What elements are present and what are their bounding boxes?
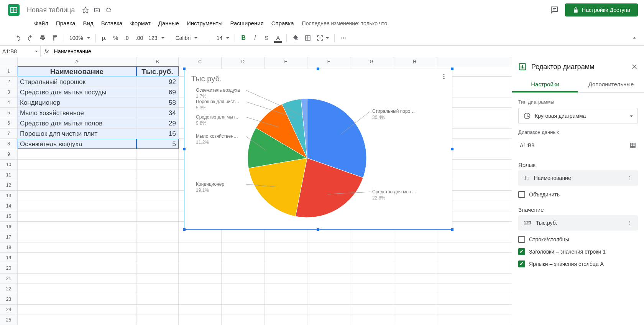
checkbox-checked-icon[interactable] <box>518 260 525 267</box>
cell[interactable] <box>18 222 136 232</box>
cell[interactable] <box>136 305 179 315</box>
col-header-G[interactable]: G <box>350 57 393 66</box>
menu-edit[interactable]: Правка <box>53 18 79 28</box>
row-header[interactable]: 18 <box>0 242 18 252</box>
cell[interactable]: Освежитель воздуха <box>18 139 136 149</box>
cell[interactable] <box>136 180 179 190</box>
use-row1-headers-row[interactable]: Заголовки – значения строки 1 <box>518 248 638 255</box>
col-header-B[interactable]: B <box>136 57 179 66</box>
cell[interactable] <box>18 242 136 252</box>
menu-format[interactable]: Формат <box>127 18 154 28</box>
cell[interactable] <box>18 160 136 170</box>
row-header[interactable]: 21 <box>0 274 18 284</box>
share-button[interactable]: Настройки Доступа <box>565 3 638 16</box>
cell[interactable] <box>307 253 350 263</box>
print-icon[interactable] <box>37 33 48 43</box>
more-icon[interactable]: ⋮ <box>627 175 632 181</box>
row-header[interactable]: 20 <box>0 263 18 273</box>
cell[interactable] <box>350 253 393 263</box>
cell[interactable] <box>350 315 393 325</box>
row-header[interactable]: 24 <box>0 305 18 315</box>
row-header[interactable]: 10 <box>0 160 18 170</box>
borders-icon[interactable] <box>302 33 314 43</box>
row-header[interactable]: 19 <box>0 253 18 263</box>
cell[interactable] <box>264 232 307 242</box>
comments-icon[interactable] <box>550 5 559 15</box>
cell[interactable] <box>222 263 264 273</box>
cell[interactable] <box>307 315 350 325</box>
last-edit-link[interactable]: Последнее изменение: только что <box>302 20 388 26</box>
cell[interactable] <box>222 232 264 242</box>
cell[interactable] <box>350 294 393 304</box>
row-header[interactable]: 3 <box>0 87 18 97</box>
decrease-decimal-button[interactable]: .0 <box>122 33 133 43</box>
tab-customize[interactable]: Дополнительные <box>578 76 644 92</box>
menu-insert[interactable]: Вставка <box>98 18 126 28</box>
cell[interactable] <box>136 274 179 284</box>
document-title[interactable]: Новая таблица <box>25 5 77 15</box>
col-header-H[interactable]: H <box>393 57 436 66</box>
name-box[interactable]: A1:B8 <box>0 46 41 57</box>
cell[interactable] <box>179 284 222 294</box>
cell[interactable] <box>264 242 307 252</box>
text-color-button[interactable]: A <box>273 33 283 43</box>
cell[interactable] <box>179 294 222 304</box>
cell[interactable] <box>307 305 350 315</box>
select-all-corner[interactable] <box>0 57 18 66</box>
cell[interactable] <box>136 191 179 201</box>
cell[interactable] <box>18 284 136 294</box>
cell[interactable] <box>393 305 436 315</box>
font-size-select[interactable]: 14 <box>214 33 232 43</box>
cell[interactable] <box>264 284 307 294</box>
row-header[interactable]: 4 <box>0 97 18 107</box>
cell[interactable] <box>350 263 393 273</box>
switch-rows-cols-row[interactable]: Строки/столбцы <box>518 236 638 243</box>
cell[interactable]: Тыс.руб. <box>136 66 179 76</box>
cell[interactable] <box>307 232 350 242</box>
row-header[interactable]: 14 <box>0 201 18 211</box>
cell[interactable] <box>136 232 179 242</box>
cell[interactable] <box>136 160 179 170</box>
cell[interactable] <box>393 263 436 273</box>
close-icon[interactable] <box>631 63 638 70</box>
chart-menu-icon[interactable] <box>440 73 447 80</box>
currency-format-button[interactable]: р. <box>99 33 110 43</box>
cell[interactable] <box>179 232 222 242</box>
cell[interactable] <box>179 274 222 284</box>
row-header[interactable]: 16 <box>0 222 18 232</box>
cell[interactable] <box>393 232 436 242</box>
cell[interactable] <box>307 274 350 284</box>
cell[interactable] <box>18 253 136 263</box>
cell[interactable]: Средство для мытья посуды <box>18 87 136 97</box>
cell[interactable] <box>18 274 136 284</box>
cell[interactable] <box>18 305 136 315</box>
cell[interactable] <box>393 284 436 294</box>
col-header-A[interactable]: A <box>18 57 136 66</box>
row-header[interactable]: 11 <box>0 170 18 180</box>
aggregate-checkbox-row[interactable]: Объединить <box>518 191 638 198</box>
menu-tools[interactable]: Инструменты <box>183 18 226 28</box>
chart-object[interactable]: Тыс.руб. Стиральный поро…30,4%Средство д… <box>184 69 452 230</box>
increase-decimal-button[interactable]: .00 <box>133 33 145 43</box>
cell[interactable] <box>179 263 222 273</box>
font-select[interactable]: Calibri <box>173 33 208 43</box>
cell[interactable] <box>307 294 350 304</box>
cell[interactable] <box>222 315 264 325</box>
use-colA-labels-row[interactable]: Ярлыки – значения столбца A <box>518 260 638 267</box>
row-header[interactable]: 15 <box>0 211 18 221</box>
label-chip[interactable]: Tт Наименование ⋮ <box>518 170 638 186</box>
cell[interactable]: Стиральный порошок <box>18 77 136 87</box>
more-formats-select[interactable]: 123 <box>146 33 166 43</box>
row-header[interactable]: 13 <box>0 191 18 201</box>
cell[interactable] <box>393 242 436 252</box>
cell[interactable] <box>307 284 350 294</box>
cell[interactable] <box>393 315 436 325</box>
cell[interactable] <box>18 191 136 201</box>
italic-button[interactable]: I <box>250 33 260 43</box>
cell[interactable] <box>18 180 136 190</box>
row-header[interactable]: 12 <box>0 180 18 190</box>
cell[interactable] <box>222 253 264 263</box>
cell[interactable]: Порошок для чистки плит <box>18 129 136 138</box>
cell[interactable]: 58 <box>136 97 179 107</box>
cell[interactable] <box>136 294 179 304</box>
